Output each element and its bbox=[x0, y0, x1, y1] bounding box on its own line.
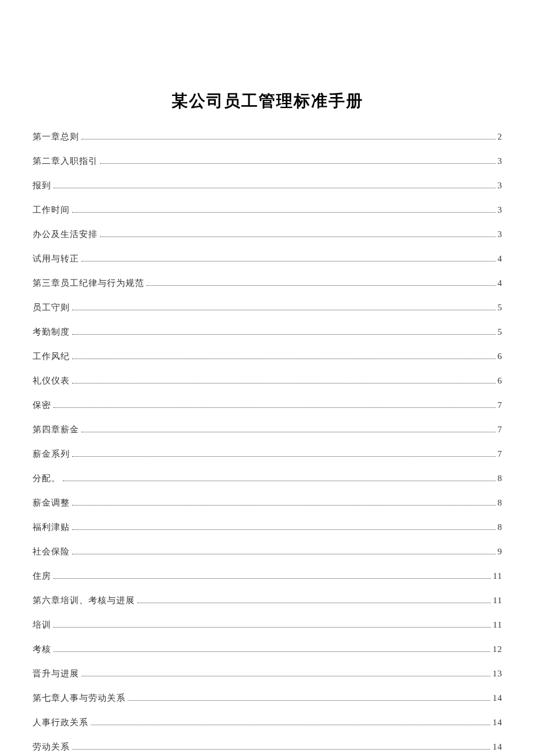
toc-entry-page: 3 bbox=[498, 228, 503, 241]
toc-leader-dots bbox=[72, 505, 495, 506]
toc-leader-dots bbox=[54, 651, 490, 652]
toc-entry-page: 3 bbox=[498, 155, 503, 167]
toc-leader-dots bbox=[72, 456, 495, 457]
toc-entry-label: 福利津贴 bbox=[33, 521, 70, 533]
toc-entry-label: 试用与转正 bbox=[33, 253, 79, 265]
toc-leader-dots bbox=[63, 481, 495, 481]
toc-entry: 住房11 bbox=[33, 570, 502, 582]
toc-entry: 第七章人事与劳动关系14 bbox=[33, 692, 502, 704]
toc-entry: 福利津贴8 bbox=[33, 521, 502, 533]
toc-entry-page: 11 bbox=[493, 619, 502, 631]
toc-entry-page: 8 bbox=[498, 521, 503, 533]
toc-entry: 报到3 bbox=[33, 180, 502, 192]
toc-entry: 第六章培训、考核与进展11 bbox=[33, 594, 502, 607]
toc-leader-dots bbox=[81, 432, 495, 432]
toc-leader-dots bbox=[72, 529, 495, 530]
toc-entry-label: 人事行政关系 bbox=[33, 716, 88, 729]
toc-entry-page: 3 bbox=[498, 180, 503, 192]
toc-entry: 员工守则5 bbox=[33, 302, 502, 314]
toc-entry-label: 培训 bbox=[33, 619, 51, 631]
toc-entry: 考核12 bbox=[33, 643, 502, 655]
toc-entry: 晋升与进展13 bbox=[33, 668, 502, 680]
toc-entry-page: 2 bbox=[498, 131, 503, 143]
toc-entry-label: 第四章薪金 bbox=[33, 424, 79, 436]
toc-leader-dots bbox=[137, 603, 491, 603]
toc-leader-dots bbox=[147, 285, 495, 286]
toc-entry: 考勤制度5 bbox=[33, 326, 502, 338]
toc-entry-page: 14 bbox=[493, 741, 502, 753]
toc-entry-label: 第一章总则 bbox=[33, 131, 79, 143]
toc-leader-dots bbox=[128, 700, 490, 701]
toc-leader-dots bbox=[81, 139, 495, 139]
toc-leader-dots bbox=[72, 212, 495, 213]
toc-entry-page: 5 bbox=[498, 326, 503, 338]
table-of-contents: 第一章总则2第二章入职指引3报到3工作时间3办公及生活安排3试用与转正4第三章员… bbox=[33, 131, 502, 756]
toc-entry-page: 8 bbox=[498, 497, 503, 509]
document-title: 某公司员工管理标准手册 bbox=[33, 90, 502, 112]
toc-entry: 保密7 bbox=[33, 399, 502, 411]
toc-leader-dots bbox=[72, 334, 495, 335]
toc-entry: 薪金系列7 bbox=[33, 448, 502, 460]
toc-entry: 第一章总则2 bbox=[33, 131, 502, 143]
toc-entry-label: 保密 bbox=[33, 399, 51, 411]
toc-entry-page: 4 bbox=[498, 277, 503, 289]
toc-entry: 人事行政关系14 bbox=[33, 716, 502, 729]
toc-entry-label: 工作风纪 bbox=[33, 350, 70, 363]
toc-entry: 工作风纪6 bbox=[33, 350, 502, 363]
toc-entry-page: 7 bbox=[498, 424, 503, 436]
toc-leader-dots bbox=[54, 188, 495, 188]
toc-entry-page: 6 bbox=[498, 350, 503, 363]
toc-entry: 培训11 bbox=[33, 619, 502, 631]
toc-entry-label: 住房 bbox=[33, 570, 51, 582]
toc-entry-label: 工作时间 bbox=[33, 204, 70, 216]
toc-entry: 第二章入职指引3 bbox=[33, 155, 502, 167]
toc-entry-page: 3 bbox=[498, 204, 503, 216]
toc-entry: 分配。8 bbox=[33, 472, 502, 485]
toc-entry-page: 5 bbox=[498, 302, 503, 314]
toc-entry-label: 员工守则 bbox=[33, 302, 70, 314]
toc-entry-page: 13 bbox=[493, 668, 502, 680]
toc-entry-page: 9 bbox=[498, 546, 503, 558]
toc-entry-page: 8 bbox=[498, 472, 503, 485]
toc-leader-dots bbox=[81, 261, 495, 261]
toc-entry: 工作时间3 bbox=[33, 204, 502, 216]
toc-entry-page: 7 bbox=[498, 399, 503, 411]
toc-entry-label: 礼仪仪表 bbox=[33, 375, 70, 387]
toc-entry-page: 7 bbox=[498, 448, 503, 460]
toc-entry-label: 办公及生活安排 bbox=[33, 228, 98, 241]
toc-entry-label: 社会保险 bbox=[33, 546, 70, 558]
toc-entry-page: 4 bbox=[498, 253, 503, 265]
toc-entry-label: 第七章人事与劳动关系 bbox=[33, 692, 126, 704]
toc-entry-label: 报到 bbox=[33, 180, 51, 192]
toc-entry-page: 6 bbox=[498, 375, 503, 387]
toc-leader-dots bbox=[54, 627, 491, 628]
toc-entry-label: 第三章员工纪律与行为规范 bbox=[33, 277, 144, 289]
toc-entry-page: 11 bbox=[493, 594, 502, 607]
toc-leader-dots bbox=[72, 310, 495, 310]
toc-entry: 第四章薪金7 bbox=[33, 424, 502, 436]
toc-entry-label: 薪金系列 bbox=[33, 448, 70, 460]
toc-leader-dots bbox=[72, 359, 495, 359]
toc-leader-dots bbox=[91, 725, 490, 725]
toc-leader-dots bbox=[72, 554, 495, 554]
toc-entry-label: 薪金调整 bbox=[33, 497, 70, 509]
toc-entry: 社会保险9 bbox=[33, 546, 502, 558]
toc-entry: 试用与转正4 bbox=[33, 253, 502, 265]
toc-entry-page: 14 bbox=[493, 716, 502, 729]
toc-leader-dots bbox=[54, 407, 495, 408]
toc-entry-page: 11 bbox=[493, 570, 502, 582]
toc-entry-label: 考核 bbox=[33, 643, 51, 655]
toc-entry-label: 考勤制度 bbox=[33, 326, 70, 338]
toc-leader-dots bbox=[72, 749, 490, 750]
toc-entry: 礼仪仪表6 bbox=[33, 375, 502, 387]
toc-leader-dots bbox=[54, 578, 491, 579]
toc-entry-page: 14 bbox=[493, 692, 502, 704]
toc-entry-label: 劳动关系 bbox=[33, 741, 70, 753]
toc-leader-dots bbox=[100, 237, 495, 237]
toc-entry-label: 第二章入职指引 bbox=[33, 155, 98, 167]
toc-entry-label: 晋升与进展 bbox=[33, 668, 79, 680]
toc-entry-label: 分配。 bbox=[33, 472, 60, 485]
toc-entry-page: 12 bbox=[493, 643, 502, 655]
toc-entry: 薪金调整8 bbox=[33, 497, 502, 509]
toc-entry-label: 第六章培训、考核与进展 bbox=[33, 594, 135, 607]
